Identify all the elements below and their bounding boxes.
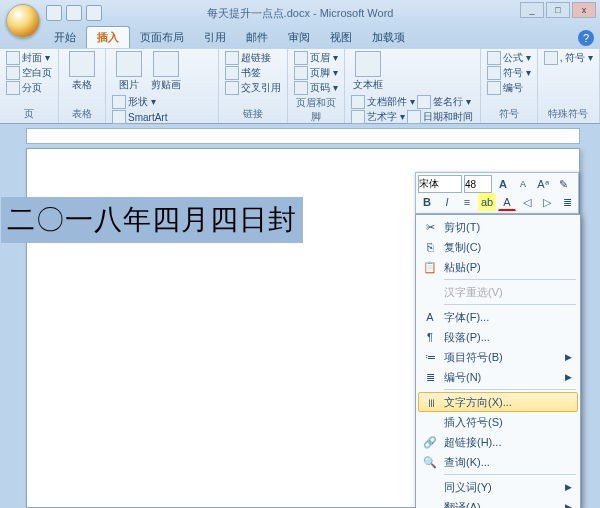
font-size-input[interactable] xyxy=(464,175,492,193)
decrease-indent-icon[interactable]: ◁ xyxy=(518,193,536,211)
tab-5[interactable]: 审阅 xyxy=(278,27,320,48)
menu-item-label: 粘贴(P) xyxy=(444,260,481,275)
mini-toolbar: A A Aᵃ ✎ B I ≡ ab A ◁ ▷ ≣ xyxy=(415,172,579,214)
shrink-font-icon[interactable]: A xyxy=(514,175,532,193)
office-button[interactable] xyxy=(6,4,40,38)
ribbon-item[interactable]: 符号 ▾ xyxy=(487,66,531,80)
ribbon-item[interactable]: 剪贴画 xyxy=(149,51,183,92)
menu-item-icon xyxy=(422,499,438,508)
redo-icon[interactable] xyxy=(86,5,102,21)
context-menu-item[interactable]: ≔项目符号(B)▶ xyxy=(418,347,578,367)
ribbon-item[interactable]: , 符号 ▾ xyxy=(544,51,593,65)
context-menu-item[interactable]: ¶段落(P)... xyxy=(418,327,578,347)
minimize-button[interactable]: _ xyxy=(520,2,544,18)
help-icon[interactable]: ? xyxy=(578,30,594,46)
context-menu-item[interactable]: 插入符号(S) xyxy=(418,412,578,432)
tab-4[interactable]: 邮件 xyxy=(236,27,278,48)
ribbon-item[interactable]: 文档部件 ▾ xyxy=(351,95,415,109)
font-family-input[interactable] xyxy=(418,175,462,193)
menu-item-icon: 🔗 xyxy=(422,434,438,450)
ribbon-item[interactable]: 图片 xyxy=(112,51,146,92)
ribbon-item[interactable]: 表格 xyxy=(65,51,99,92)
menu-item-icon: ≔ xyxy=(422,349,438,365)
ribbon-item[interactable]: 日期和时间 xyxy=(407,110,473,124)
context-menu-item[interactable]: 同义词(Y)▶ xyxy=(418,477,578,497)
ribbon-item[interactable]: 签名行 ▾ xyxy=(417,95,471,109)
highlight-icon[interactable]: ab xyxy=(478,193,496,211)
menu-item-label: 编号(N) xyxy=(444,370,481,385)
undo-icon[interactable] xyxy=(66,5,82,21)
font-color-icon[interactable]: A xyxy=(498,193,516,211)
tab-1[interactable]: 插入 xyxy=(86,26,130,48)
submenu-arrow-icon: ▶ xyxy=(565,502,572,508)
increase-indent-icon[interactable]: ▷ xyxy=(538,193,556,211)
context-menu-item[interactable]: 🔗超链接(H)... xyxy=(418,432,578,452)
menu-item-label: 翻译(A) xyxy=(444,500,481,509)
tab-2[interactable]: 页面布局 xyxy=(130,27,194,48)
ribbon-item[interactable]: 页脚 ▾ xyxy=(294,66,338,80)
grow-font-icon[interactable]: A xyxy=(494,175,512,193)
context-menu-item[interactable]: ⎘复制(C) xyxy=(418,237,578,257)
ribbon-item[interactable]: 页码 ▾ xyxy=(294,81,338,95)
menu-item-label: 项目符号(B) xyxy=(444,350,503,365)
ribbon-group-label: 页眉和页脚 xyxy=(294,95,338,124)
context-menu-item[interactable]: ≣编号(N)▶ xyxy=(418,367,578,387)
bullet-list-icon[interactable]: ≣ xyxy=(558,193,576,211)
ribbon-group-label: 符号 xyxy=(487,106,531,121)
ribbon-tabs: 开始插入页面布局引用邮件审阅视图加载项 xyxy=(0,26,600,48)
ribbon-item[interactable]: 书签 xyxy=(225,66,261,80)
menu-item-icon: ≣ xyxy=(422,369,438,385)
menu-item-label: 复制(C) xyxy=(444,240,481,255)
menu-item-icon: 📋 xyxy=(422,259,438,275)
menu-item-label: 插入符号(S) xyxy=(444,415,503,430)
ribbon-item[interactable]: 形状 ▾ xyxy=(112,95,156,109)
ruler[interactable] xyxy=(26,128,580,144)
close-button[interactable]: x xyxy=(572,2,596,18)
italic-icon[interactable]: I xyxy=(438,193,456,211)
ribbon-item[interactable]: 页眉 ▾ xyxy=(294,51,338,65)
menu-item-icon: ¶ xyxy=(422,329,438,345)
tab-7[interactable]: 加载项 xyxy=(362,27,415,48)
ribbon-group-3: 超链接书签交叉引用链接 xyxy=(219,49,288,123)
menu-item-label: 段落(P)... xyxy=(444,330,490,345)
align-center-icon[interactable]: ≡ xyxy=(458,193,476,211)
menu-item-label: 字体(F)... xyxy=(444,310,489,325)
ribbon-group-0: 封面 ▾空白页分页页 xyxy=(0,49,59,123)
ribbon-item[interactable]: 文本框 xyxy=(351,51,385,92)
ribbon-group-label: 页 xyxy=(6,106,52,121)
context-menu-item[interactable]: 🔍查询(K)... xyxy=(418,452,578,472)
ribbon-group-5: 文本框文档部件 ▾签名行 ▾艺术字 ▾日期和时间首字下沉 ▾对象 ▾文本 xyxy=(345,49,481,123)
ribbon-group-label: 特殊符号 xyxy=(544,106,593,121)
format-painter-icon[interactable]: ✎ xyxy=(554,175,572,193)
style-icon[interactable]: Aᵃ xyxy=(534,175,552,193)
maximize-button[interactable]: □ xyxy=(546,2,570,18)
menu-item-icon: A xyxy=(422,309,438,325)
context-menu-item[interactable]: ⫼文字方向(X)... xyxy=(418,392,578,412)
ribbon-item[interactable]: 编号 xyxy=(487,81,523,95)
ribbon-item[interactable]: 封面 ▾ xyxy=(6,51,50,65)
selected-text[interactable]: 二〇一八年四月四日封 xyxy=(1,197,303,243)
menu-item-icon xyxy=(422,479,438,495)
tab-3[interactable]: 引用 xyxy=(194,27,236,48)
ribbon-group-4: 页眉 ▾页脚 ▾页码 ▾页眉和页脚 xyxy=(288,49,345,123)
save-icon[interactable] xyxy=(46,5,62,21)
ribbon-group-7: , 符号 ▾特殊符号 xyxy=(538,49,600,123)
context-menu: ✂剪切(T)⎘复制(C)📋粘贴(P)汉字重选(V)A字体(F)...¶段落(P)… xyxy=(415,214,581,508)
ribbon-item[interactable]: 交叉引用 xyxy=(225,81,281,95)
menu-separator xyxy=(444,279,576,280)
context-menu-item[interactable]: ✂剪切(T) xyxy=(418,217,578,237)
ribbon-item[interactable]: 公式 ▾ xyxy=(487,51,531,65)
context-menu-item[interactable]: A字体(F)... xyxy=(418,307,578,327)
context-menu-item[interactable]: 翻译(A)▶ xyxy=(418,497,578,508)
ribbon-item[interactable]: SmartArt xyxy=(112,110,167,124)
window-title: 每天提升一点点.docx - Microsoft Word xyxy=(207,6,394,21)
quick-access-toolbar xyxy=(46,5,102,21)
ribbon-item[interactable]: 艺术字 ▾ xyxy=(351,110,405,124)
context-menu-item[interactable]: 📋粘贴(P) xyxy=(418,257,578,277)
ribbon-item[interactable]: 分页 xyxy=(6,81,42,95)
bold-icon[interactable]: B xyxy=(418,193,436,211)
tab-6[interactable]: 视图 xyxy=(320,27,362,48)
ribbon-item[interactable]: 空白页 xyxy=(6,66,52,80)
ribbon-item[interactable]: 超链接 xyxy=(225,51,271,65)
tab-0[interactable]: 开始 xyxy=(44,27,86,48)
